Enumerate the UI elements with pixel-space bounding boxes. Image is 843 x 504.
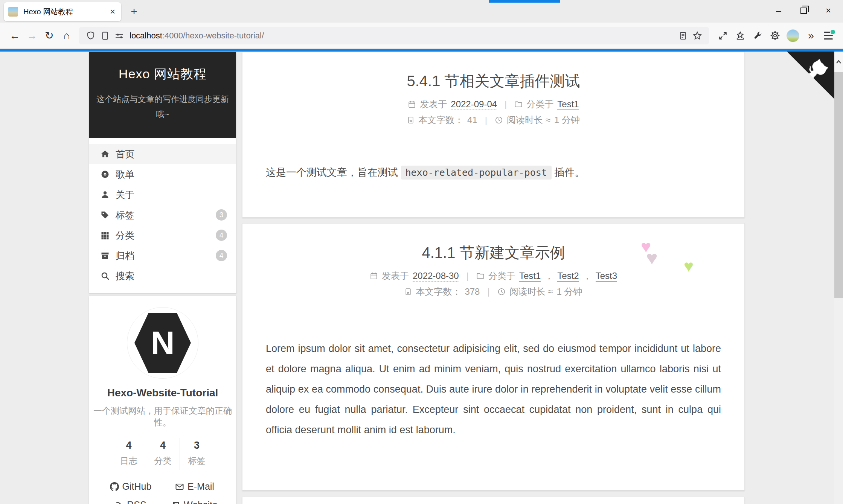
stat-posts-value: 4	[112, 440, 146, 451]
meta-separator: |	[481, 115, 491, 125]
shield-icon[interactable]	[84, 28, 98, 43]
stat-categories-label: 分类	[146, 455, 180, 467]
category-label: 分类于	[488, 270, 515, 282]
sidebar-item-label: 标签	[116, 209, 134, 221]
chevron-up-icon	[836, 59, 841, 64]
reader-mode-icon[interactable]	[676, 28, 690, 43]
sidebar-item-archives[interactable]: 归档 4	[89, 245, 236, 266]
sidebar-item-about[interactable]: 关于	[89, 184, 236, 205]
overflow-chevrons-icon[interactable]: »	[802, 27, 820, 44]
stat-posts[interactable]: 4 日志	[112, 438, 146, 470]
post-category[interactable]: Test3	[596, 271, 617, 282]
rss-icon	[115, 501, 123, 504]
post-category[interactable]: Test1	[557, 99, 579, 110]
rss-link[interactable]: RSS	[99, 499, 163, 504]
fullscreen-icon[interactable]	[714, 27, 732, 44]
logo-letter: N	[151, 326, 175, 359]
browser-tab-bar: Hexo 网站教程 × + – ×	[0, 0, 843, 23]
stat-categories[interactable]: 4 分类	[146, 438, 180, 470]
email-link[interactable]: E-Mail	[163, 481, 227, 492]
sidebar-item-tags[interactable]: 标签 3	[89, 205, 236, 225]
clock-icon	[495, 116, 503, 124]
post-card-2: 4.1.1 节新建文章示例 发表于 2022-08-30 | 分类于 Test1…	[242, 223, 745, 490]
browser-toolbar: ← → ↻ ⌂ localhost:4000/hexo-website-tuto…	[0, 23, 843, 49]
post-meta-line1: 发表于 2022-09-04 | 分类于 Test1	[242, 98, 744, 110]
category-count-badge: 4	[216, 230, 227, 241]
grid-icon	[101, 231, 110, 240]
bookmark-star-icon[interactable]	[690, 28, 704, 43]
permissions-icon[interactable]	[112, 28, 127, 43]
scroll-up-button[interactable]	[834, 52, 843, 72]
excerpt-text: 插件。	[552, 167, 585, 178]
readtime-value: 1 分钟	[554, 114, 580, 126]
calendar-icon	[370, 272, 378, 280]
stat-tags[interactable]: 3 标签	[180, 438, 213, 470]
website-link[interactable]: Website	[163, 499, 227, 504]
sidebar-item-playlist[interactable]: 歌单	[89, 164, 236, 184]
tab-title: Hexo 网站教程	[23, 7, 108, 17]
page-info-icon[interactable]	[98, 28, 112, 43]
user-icon	[101, 190, 110, 199]
sidebar-item-label: 分类	[116, 229, 134, 242]
home-button[interactable]: ⌂	[58, 27, 75, 44]
readtime-value: 1 分钟	[557, 286, 582, 298]
post-meta-line2: 本文字数： 41 | 阅读时长 ≈ 1 分钟	[242, 114, 744, 126]
sidebar-item-label: 歌单	[116, 168, 134, 181]
wrench-icon[interactable]	[749, 27, 766, 44]
wordcount-value: 378	[465, 286, 480, 297]
post-date[interactable]: 2022-09-04	[451, 99, 497, 110]
github-icon	[110, 482, 119, 491]
nginx-hexagon-logo: N	[134, 313, 191, 373]
post-meta-line2: 本文字数： 378 | 阅读时长 ≈ 1 分钟	[242, 286, 744, 298]
wordcount-value: 41	[467, 115, 477, 125]
loading-accent-line	[0, 49, 843, 52]
page-scrollbar[interactable]	[834, 52, 843, 504]
wordcount-icon	[404, 288, 412, 296]
post-title[interactable]: 4.1.1 节新建文章示例	[242, 224, 744, 263]
top-accent-strip	[489, 0, 560, 3]
address-bar[interactable]: localhost:4000/hexo-website-tutorial/	[79, 27, 709, 44]
post-card-1: 5.4.1 节相关文章插件测试 发表于 2022-09-04 | 分类于 Tes…	[242, 52, 745, 218]
restore-icon	[800, 8, 807, 14]
site-subtitle: 这个站点与文章的写作进度同步更新哦~	[96, 92, 229, 122]
browser-window: Hexo 网站教程 × + – × ← → ↻ ⌂ localhost:4000…	[0, 0, 843, 504]
sidebar-item-label: 关于	[116, 189, 134, 201]
gear-icon[interactable]	[766, 27, 784, 44]
sidebar-item-search[interactable]: 搜索	[89, 266, 236, 286]
github-octocat-icon	[787, 52, 834, 99]
stat-tags-label: 标签	[180, 455, 213, 467]
github-link[interactable]: GitHub	[99, 481, 163, 492]
post-category[interactable]: Test2	[557, 271, 579, 282]
published-label: 发表于	[420, 98, 447, 110]
scrollbar-thumb[interactable]	[834, 72, 843, 298]
sidebar-item-home[interactable]: 首页	[89, 144, 236, 164]
search-icon	[101, 271, 110, 280]
website-icon	[172, 501, 180, 504]
tab-close-icon[interactable]: ×	[108, 6, 117, 17]
post-title[interactable]: 5.4.1 节相关文章插件测试	[242, 52, 744, 91]
back-button[interactable]: ←	[6, 27, 23, 44]
close-button[interactable]: ×	[816, 1, 841, 20]
forward-button[interactable]: →	[23, 27, 41, 44]
save-to-pocket-icon[interactable]	[732, 27, 749, 44]
minimize-button[interactable]: –	[766, 1, 791, 20]
stat-categories-value: 4	[146, 440, 180, 451]
profile-links: GitHub E-Mail RSS Website	[89, 481, 236, 504]
reload-button[interactable]: ↻	[41, 27, 58, 44]
sidebar-item-label: 搜索	[116, 270, 134, 282]
post-category[interactable]: Test1	[519, 271, 541, 282]
github-corner-link[interactable]	[787, 52, 834, 99]
sidebar-item-categories[interactable]: 分类 4	[89, 225, 236, 245]
category-comma: ，	[544, 270, 553, 282]
post-date[interactable]: 2022-08-30	[413, 271, 459, 282]
browser-tab[interactable]: Hexo 网站教程 ×	[4, 2, 121, 21]
menu-notification-dot	[831, 30, 835, 34]
profile-card: N Hexo-Website-Tutorial 一个测试网站，用于保证文章的正确…	[89, 295, 236, 504]
app-menu-button[interactable]	[820, 27, 837, 44]
sidebar-item-label: 首页	[116, 148, 134, 160]
post-excerpt: 这是一个测试文章，旨在测试 hexo-related-popular-post …	[242, 162, 744, 183]
new-tab-button[interactable]: +	[126, 4, 142, 20]
profile-avatar[interactable]	[787, 29, 799, 42]
post-excerpt: Lorem ipsum dolor sit amet, consectetur …	[242, 338, 744, 440]
restore-button[interactable]	[791, 1, 816, 20]
